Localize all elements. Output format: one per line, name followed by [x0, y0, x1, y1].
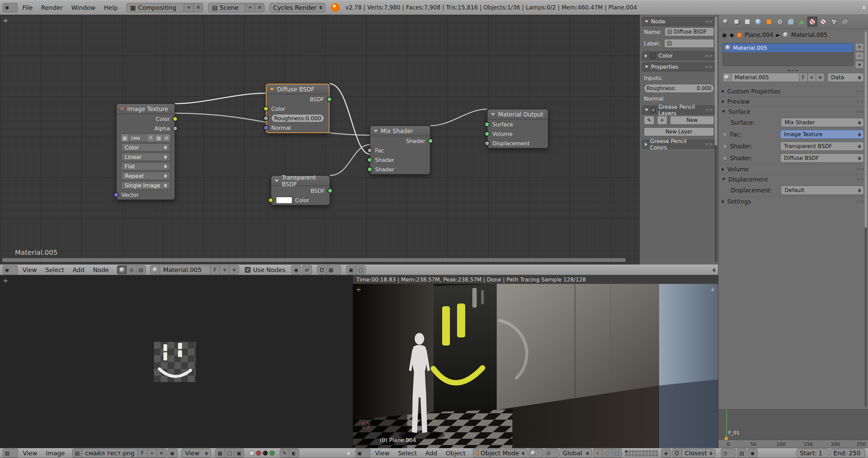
editor-type-select[interactable]: ◉: [3, 3, 18, 12]
list-resize-handle[interactable]: ▬▬▬: [718, 69, 868, 71]
tab-constraints[interactable]: [775, 17, 785, 27]
breadcrumb-material[interactable]: Material.005: [791, 32, 827, 38]
collapse-arrow-icon[interactable]: [275, 180, 279, 182]
surface-shader-select[interactable]: Mix Shader: [781, 118, 864, 127]
panel-drag-icon[interactable]: ≡≡: [856, 177, 865, 182]
panel-expand-icon[interactable]: [722, 200, 724, 203]
add-scene-button[interactable]: +: [245, 3, 255, 12]
render-viewport[interactable]: Time:00:18.83 | Mem:238.57M, Peak:238.57…: [353, 275, 718, 448]
color-space-select[interactable]: Color: [121, 143, 170, 151]
socket-normal-input[interactable]: [263, 125, 269, 130]
channel-alpha-icon[interactable]: [256, 451, 261, 456]
manipulator-scale-icon[interactable]: □: [612, 449, 622, 458]
pin-icon[interactable]: ◉: [167, 449, 177, 458]
panel-drag-icon[interactable]: ≡≡: [856, 167, 865, 172]
tab-render-layers[interactable]: [731, 17, 742, 27]
channel-z-icon[interactable]: [263, 451, 268, 456]
shader1-input-select[interactable]: Transparent BSDF: [780, 142, 864, 151]
tab-data[interactable]: [796, 17, 807, 27]
menu-window[interactable]: Window: [67, 3, 99, 12]
timeline-editor[interactable]: F_01 0 50 100 150 200 250: [718, 409, 868, 448]
menu-image[interactable]: Image: [42, 449, 68, 457]
uv-edge-icon[interactable]: ▢: [225, 449, 235, 458]
region-expand-icon[interactable]: +: [710, 286, 715, 293]
snap-icon[interactable]: Ω: [317, 265, 327, 274]
node-header[interactable]: Transparent BSDF: [271, 176, 330, 186]
manipulator-translate-icon[interactable]: +: [593, 449, 603, 458]
browse-material-icon[interactable]: [150, 265, 160, 274]
socket-roughness-input[interactable]: [263, 116, 269, 121]
menu-object[interactable]: Object: [442, 449, 469, 457]
parent-tree-icon[interactable]: ⇄: [302, 265, 312, 274]
timeline-menu-icon[interactable]: ▤: [737, 449, 747, 458]
socket-fac-input[interactable]: [367, 148, 372, 153]
node-mix-shader[interactable]: Mix Shader Shader Fac Shader Shader: [370, 126, 430, 174]
color-swatch[interactable]: [276, 197, 292, 204]
socket-alpha-output[interactable]: [173, 126, 178, 131]
node-header[interactable]: Mix Shader: [370, 126, 430, 136]
socket-surface-input[interactable]: [485, 122, 490, 127]
end-frame-field[interactable]: End: 250: [830, 449, 865, 458]
panel-expand-icon[interactable]: [722, 100, 724, 103]
shader-type-world-button[interactable]: ◎: [126, 265, 136, 274]
panel-drag-icon[interactable]: ≡≡: [856, 199, 865, 204]
panel-expand-icon[interactable]: [722, 168, 724, 171]
material-name-field[interactable]: Material.005: [160, 265, 211, 274]
snap-icon[interactable]: Ω: [672, 449, 682, 458]
region-expand-icon[interactable]: +: [3, 17, 8, 24]
screen-layout-select[interactable]: ▦ Compositing: [126, 3, 184, 12]
material-name-field[interactable]: Material.005: [731, 73, 799, 82]
node-material-output[interactable]: Material Output Surface Volume Displacem…: [487, 109, 548, 148]
socket-shader1-input[interactable]: [367, 158, 372, 163]
new-image-button[interactable]: +: [147, 449, 157, 458]
collapse-arrow-icon[interactable]: [120, 108, 124, 110]
browse-material-icon[interactable]: [723, 73, 731, 82]
region-expand-icon[interactable]: +: [356, 286, 361, 293]
node-diffuse-bsdf[interactable]: Diffuse BSDF BSDF Color Roughness:0.000 …: [266, 84, 330, 133]
menu-select[interactable]: Select: [394, 449, 421, 457]
shader-socket-icon[interactable]: [723, 156, 727, 161]
copy-nodes-icon[interactable]: ▣: [346, 265, 356, 274]
socket-shader-output[interactable]: [428, 139, 433, 144]
panel-drag-icon[interactable]: ≡≡: [856, 99, 865, 104]
panel-custom-properties[interactable]: Custom Properties ≡≡: [718, 86, 868, 96]
panel-expand-icon[interactable]: [722, 178, 725, 181]
collapse-arrow-icon[interactable]: [491, 113, 495, 116]
snap-mode-select[interactable]: Closest: [682, 449, 715, 458]
unlink-image-button[interactable]: ✕: [162, 134, 171, 142]
orientation-select[interactable]: Global: [559, 449, 592, 458]
tab-particles[interactable]: [829, 17, 839, 27]
editor-type-select[interactable]: ◷: [721, 449, 736, 458]
panel-surface[interactable]: Surface ≡≡: [718, 106, 868, 117]
socket-color-input[interactable]: [268, 198, 273, 203]
uv-vertex-icon[interactable]: ▦: [215, 449, 225, 458]
delete-layout-button[interactable]: ✕: [193, 3, 203, 12]
socket-bsdf-output[interactable]: [328, 188, 333, 193]
shader-type-object-button[interactable]: [117, 265, 127, 274]
menu-select[interactable]: Select: [42, 266, 68, 274]
panel-expand-icon[interactable]: [722, 90, 724, 93]
tab-render[interactable]: [721, 17, 731, 27]
menu-view[interactable]: View: [371, 449, 393, 457]
browse-image-icon[interactable]: ▨: [121, 134, 129, 142]
marker-icon[interactable]: [724, 436, 729, 440]
menu-add[interactable]: Add: [69, 266, 88, 274]
start-frame-field[interactable]: Start: 1: [796, 449, 829, 458]
shader-type-line-button[interactable]: ▤: [136, 265, 146, 274]
unlink-image-button[interactable]: ✕: [157, 449, 166, 458]
snap-mode-select[interactable]: ▦: [327, 265, 341, 274]
editor-type-select[interactable]: ◉: [3, 265, 18, 274]
fake-user-button[interactable]: F: [138, 449, 147, 458]
marker-label[interactable]: F_01: [728, 430, 739, 435]
tab-texture[interactable]: [818, 17, 828, 27]
socket-shader2-input[interactable]: [367, 167, 372, 172]
fac-socket-icon[interactable]: [723, 132, 727, 137]
socket-color-input[interactable]: [263, 106, 269, 111]
panel-drag-icon[interactable]: ≡≡: [856, 109, 865, 114]
mode-select[interactable]: Object Mode: [473, 449, 528, 458]
socket-displacement-input[interactable]: [485, 141, 490, 146]
pivot-select[interactable]: ⊙: [545, 449, 558, 458]
fake-user-button[interactable]: F: [147, 134, 155, 142]
fac-input-select[interactable]: Image Texture: [780, 130, 864, 139]
collapse-arrow-icon[interactable]: [270, 88, 274, 91]
